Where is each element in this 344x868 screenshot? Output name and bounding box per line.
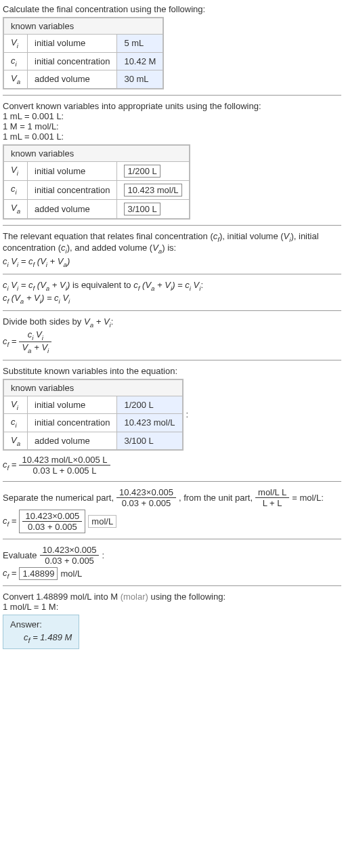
- var-sym: Va: [3, 432, 28, 450]
- answer-box: Answer: cf = 1.489 M: [3, 615, 79, 649]
- var-sym: Va: [3, 199, 28, 219]
- step9-intro: Convert 1.48899 mol/L into M (molar) usi…: [3, 592, 341, 602]
- divider: [3, 585, 341, 586]
- var-desc: initial concentration: [28, 52, 117, 70]
- step6-table: known variables Viinitial volume1/200 L …: [3, 379, 184, 451]
- step6-row: known variables Viinitial volume1/200 L …: [3, 376, 341, 454]
- var-val: 10.423 mol/L: [117, 180, 190, 199]
- step1-intro: Calculate the final concentration using …: [3, 4, 341, 14]
- var-desc: added volume: [28, 70, 117, 89]
- var-sym: ci: [3, 414, 28, 432]
- step4-text: ci Vi = cf (Va + Vi) is equivalent to cf…: [3, 280, 341, 292]
- step3-intro: The relevant equation that relates final…: [3, 231, 341, 255]
- step8-intro: Evaluate 10.423×0.0050.03 + 0.005 :: [3, 545, 341, 566]
- conv-line: 1 mL = 0.001 L:: [3, 131, 341, 142]
- var-val: 1/200 L: [117, 396, 183, 414]
- var-sym: Vi: [3, 161, 28, 180]
- var-sym: Vi: [3, 35, 28, 53]
- table-header: known variables: [3, 379, 183, 396]
- divider: [3, 95, 341, 96]
- step6-intro: Substitute known variables into the equa…: [3, 366, 341, 376]
- var-desc: initial concentration: [28, 414, 117, 432]
- table-header: known variables: [3, 145, 190, 162]
- var-sym: ci: [3, 180, 28, 199]
- divider: [3, 225, 341, 226]
- divider: [3, 539, 341, 539]
- table-header: known variables: [3, 18, 163, 35]
- answer-label: Answer:: [10, 619, 72, 629]
- var-val: 1/200 L: [117, 161, 190, 180]
- step2-intro: Convert known variables into appropriate…: [3, 101, 341, 111]
- step1-table: known variables Viinitial volume5 mL cii…: [3, 17, 164, 89]
- step2-table: known variables Viinitial volume1/200 L …: [3, 144, 190, 220]
- divider: [3, 481, 341, 482]
- var-val: 10.42 M: [117, 52, 163, 70]
- equation: cf = 10.423×0.0050.03 + 0.005 mol/L: [3, 510, 341, 533]
- var-val: 5 mL: [117, 35, 163, 53]
- step5-intro: Divide both sides by Va + Vi:: [3, 316, 341, 329]
- step7-intro: Separate the numerical part, 10.423×0.00…: [3, 487, 341, 508]
- var-desc: added volume: [28, 432, 117, 450]
- var-sym: Vi: [3, 396, 28, 414]
- var-desc: initial volume: [28, 396, 117, 414]
- var-val: 3/100 L: [117, 199, 190, 219]
- var-desc: initial volume: [28, 35, 117, 53]
- equation: cf = 10.423 mol/L×0.005 L0.03 L + 0.005 …: [3, 455, 341, 476]
- equation: cf (Va + Vi) = ci Vi: [3, 293, 341, 305]
- colon: :: [186, 409, 189, 419]
- var-sym: Va: [3, 70, 28, 89]
- equation: cf = 1.48899 mol/L: [3, 567, 341, 580]
- conv-line: 1 M = 1 mol/L:: [3, 121, 341, 131]
- equation: ci Vi = cf (Vi + Va): [3, 256, 341, 268]
- var-desc: initial volume: [28, 161, 117, 180]
- var-desc: added volume: [28, 199, 117, 219]
- var-val: 10.423 mol/L: [117, 414, 183, 432]
- var-desc: initial concentration: [28, 180, 117, 199]
- conv-line: 1 mol/L = 1 M:: [3, 602, 341, 612]
- var-val: 30 mL: [117, 70, 163, 89]
- divider: [3, 360, 341, 360]
- var-val: 3/100 L: [117, 432, 183, 450]
- conv-line: 1 mL = 0.001 L:: [3, 111, 341, 121]
- var-sym: ci: [3, 52, 28, 70]
- divider: [3, 310, 341, 311]
- equation: cf = ci ViVa + Vi: [3, 329, 341, 354]
- answer-value: cf = 1.489 M: [10, 632, 72, 642]
- divider: [3, 274, 341, 274]
